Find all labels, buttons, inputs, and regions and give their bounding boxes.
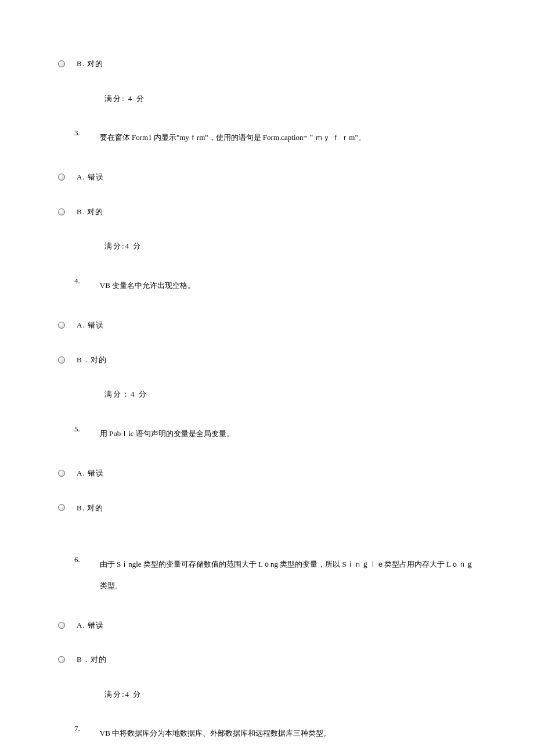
option-label: A. 错误 xyxy=(77,620,104,631)
radio-icon[interactable] xyxy=(58,322,65,329)
radio-icon[interactable] xyxy=(58,174,65,181)
question-number: 7. xyxy=(74,723,80,735)
score-text: 满分:4 分 xyxy=(104,689,476,700)
question-number: 5. xyxy=(74,423,80,435)
radio-icon[interactable] xyxy=(58,208,65,215)
option-row: B．对的 xyxy=(58,354,476,366)
radio-icon[interactable] xyxy=(58,504,65,511)
question-number: 4. xyxy=(74,275,80,287)
question-number: 6. xyxy=(74,554,80,566)
option-row: B. 对的 xyxy=(58,206,476,218)
question-text: 由于 Sｉngle 类型的变量可存储数值的范围大于 Lｏng 类型的变量，所以 … xyxy=(100,554,476,596)
option-label: A. 错误 xyxy=(77,171,104,183)
option-row: A. 错误 xyxy=(58,171,476,183)
question-number: 3. xyxy=(74,127,80,139)
question-row: 7. VB 中将数据库分为本地数据库、外部数据库和远程数据库三种类型。 xyxy=(74,723,476,744)
question-text: 要在窗体 Form1 内显示"myｆrm"，使用的语句是 Form.captio… xyxy=(100,127,476,148)
option-row: A. 错误 xyxy=(58,319,476,331)
radio-icon[interactable] xyxy=(58,60,65,67)
score-text: 满分:4 分 xyxy=(104,240,476,252)
question-text: 用 Pubｌic 语句声明的变量是全局变量。 xyxy=(100,423,476,444)
question-row: 3. 要在窗体 Form1 内显示"myｆrm"，使用的语句是 Form.cap… xyxy=(74,127,476,148)
option-row: A. 错误 xyxy=(58,467,476,479)
option-label: B. 对的 xyxy=(77,58,103,70)
option-label: B. 对的 xyxy=(77,206,103,218)
option-row: A. 错误 xyxy=(58,620,476,631)
option-label: B. 对的 xyxy=(77,502,103,514)
radio-icon[interactable] xyxy=(58,622,65,629)
score-text: 满分: 4 分 xyxy=(104,93,476,105)
option-label: B．对的 xyxy=(77,354,107,366)
option-row: B. 对的 xyxy=(58,502,476,514)
radio-icon[interactable] xyxy=(58,470,65,477)
option-row: B．对的 xyxy=(58,654,476,665)
question-row: 5. 用 Pubｌic 语句声明的变量是全局变量。 xyxy=(74,423,476,444)
question-text: VB 变量名中允许出现空格。 xyxy=(100,275,476,296)
radio-icon[interactable] xyxy=(58,357,65,363)
option-label: B．对的 xyxy=(77,654,107,665)
option-label: A. 错误 xyxy=(77,467,104,479)
question-text: VB 中将数据库分为本地数据库、外部数据库和远程数据库三种类型。 xyxy=(100,723,476,744)
question-row: 6. 由于 Sｉngle 类型的变量可存储数值的范围大于 Lｏng 类型的变量，… xyxy=(74,554,476,596)
question-row: 4. VB 变量名中允许出现空格。 xyxy=(74,275,476,296)
score-text: 满分：4 分 xyxy=(104,388,476,400)
option-row: B. 对的 xyxy=(58,58,476,70)
radio-icon[interactable] xyxy=(58,656,65,663)
option-label: A. 错误 xyxy=(77,319,104,331)
